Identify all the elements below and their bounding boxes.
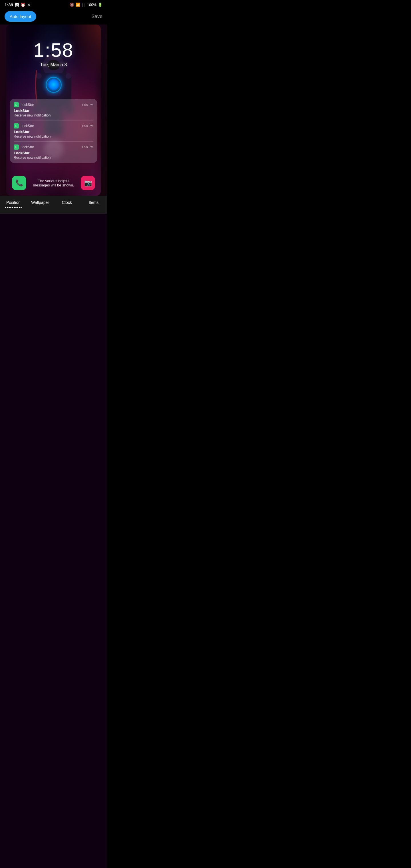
tab-items[interactable]: Items [80, 200, 107, 205]
top-action-bar: Auto layout Save [0, 9, 107, 25]
tab-dot-5 [12, 207, 13, 208]
notif-appname-3: LockStar [21, 145, 34, 149]
page-wrapper: 1:39 🖼 ⏰ ✕ 🔇 📶 |||| 100% 🔋 Auto layout S… [0, 0, 107, 868]
notif-time-2: 1:58 PM [82, 124, 93, 128]
status-bar: 1:39 🖼 ⏰ ✕ 🔇 📶 |||| 100% 🔋 [0, 0, 107, 9]
notif-appname-1: LockStar [21, 103, 34, 107]
notif-body-2: Receive new notification [14, 134, 93, 138]
notification-container: L LockStar 1:58 PM LockStar Receive new … [10, 99, 97, 163]
close-icon: ✕ [27, 3, 31, 7]
notification-item-2: L LockStar 1:58 PM LockStar Receive new … [14, 123, 93, 142]
photo-icon: 🖼 [15, 3, 19, 7]
notif-body-1: Receive new notification [14, 113, 93, 117]
notif-header-1: L LockStar 1:58 PM [14, 102, 93, 107]
lockscreen-preview: 1:58 Tue, March 3 L LockStar 1:58 PM [6, 25, 101, 196]
battery-percent: 100% [87, 3, 96, 7]
notif-body-3: Receive new notification [14, 156, 93, 160]
tab-dot-2 [7, 207, 8, 208]
tab-dot-9 [19, 207, 20, 208]
notif-header-3: L LockStar 1:58 PM [14, 145, 93, 150]
tab-clock[interactable]: Clock [54, 200, 81, 205]
wifi-icon: 📶 [76, 3, 80, 7]
auto-layout-button[interactable]: Auto layout [5, 11, 36, 22]
robot-orb [48, 79, 59, 90]
tab-wallpaper[interactable]: Wallpaper [27, 200, 54, 205]
notification-item-1: L LockStar 1:58 PM LockStar Receive new … [14, 102, 93, 121]
status-right-icons: 🔇 📶 |||| 100% 🔋 [70, 3, 102, 7]
svg-point-6 [36, 73, 42, 79]
notif-header-2: L LockStar 1:58 PM [14, 123, 93, 128]
signal-icon: |||| [82, 3, 86, 7]
tab-dot-4 [10, 207, 11, 208]
tab-position-dots [5, 207, 22, 208]
notif-time-1: 1:58 PM [82, 103, 93, 106]
tab-dot-6 [14, 207, 15, 208]
wallpaper-bg: 1:58 Tue, March 3 L LockStar 1:58 PM [6, 25, 101, 196]
notif-title-3: LockStar [14, 151, 93, 155]
lockstar-icon-3: L [14, 145, 19, 150]
time-display: 1:39 [5, 2, 13, 7]
phone-quick-icon[interactable]: 📞 [12, 176, 26, 190]
tab-dot-3 [8, 207, 10, 208]
lock-clock: 1:58 Tue, March 3 [6, 39, 101, 67]
tab-bar: Position Wallpaper Clock Items [0, 196, 107, 214]
tab-clock-label: Clock [62, 200, 72, 205]
notification-icon: ⏰ [21, 3, 25, 7]
lock-time: 1:58 [6, 39, 101, 61]
tab-items-label: Items [89, 200, 98, 205]
tab-position[interactable]: Position [0, 200, 27, 208]
preview-outer: 1:58 Tue, March 3 L LockStar 1:58 PM [0, 25, 107, 196]
bottom-area: 📞 The various helpful messages will be s… [6, 176, 101, 190]
lockstar-icon-1: L [14, 102, 19, 107]
save-button[interactable]: Save [91, 14, 102, 20]
camera-quick-icon[interactable]: 📷 [81, 176, 95, 190]
tab-dot-10 [21, 207, 22, 208]
tab-position-label: Position [6, 200, 21, 205]
notif-title-1: LockStar [14, 108, 93, 113]
lock-date: Tue, March 3 [6, 62, 101, 67]
notif-title-2: LockStar [14, 130, 93, 134]
status-time: 1:39 🖼 ⏰ ✕ [5, 2, 31, 7]
tab-dot-7 [15, 207, 17, 208]
tab-wallpaper-label: Wallpaper [31, 200, 49, 205]
battery-icon: 🔋 [98, 3, 102, 7]
tab-dot-1 [5, 207, 6, 208]
notification-item-3: L LockStar 1:58 PM LockStar Receive new … [14, 145, 93, 160]
lockstar-icon-2: L [14, 123, 19, 128]
notification-card: L LockStar 1:58 PM LockStar Receive new … [10, 99, 97, 163]
svg-point-7 [66, 73, 71, 79]
notif-appname-2: LockStar [21, 124, 34, 128]
mute-icon: 🔇 [70, 3, 74, 7]
tab-dot-8 [17, 207, 18, 208]
bottom-message: The various helpful messages will be sho… [26, 179, 81, 187]
notif-time-3: 1:58 PM [82, 145, 93, 149]
